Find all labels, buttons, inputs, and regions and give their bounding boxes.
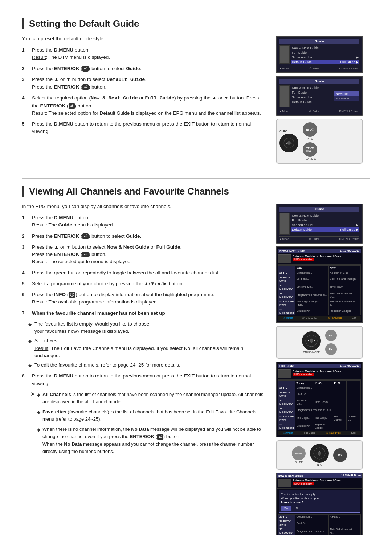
note-diamond-3: ◆ — [37, 426, 40, 455]
remote1-text-btn[interactable]: TEXT/MIX — [303, 142, 317, 157]
diamond-icon-1: ◆ — [28, 321, 32, 335]
remote3-mix-group: MIX — [333, 448, 347, 462]
note-1-text: All Channels is the list of channels tha… — [42, 391, 265, 405]
step-content-2-8: Press the D.MENU button to return to the… — [32, 372, 265, 387]
section2-notes: ➤ ◆ All Channels is the list of channels… — [22, 391, 265, 458]
remote3-nav-group: ▲ ▼ ◄ ► INFO — [310, 444, 329, 466]
step-2-4: 4 Press the green button repeatedly to t… — [22, 269, 265, 277]
step-content-2-1: Press the D.MENU button. Result: The Gui… — [32, 214, 265, 229]
note-diamond-2: ◆ — [37, 409, 40, 423]
epg-row-52: 52 Cartoon Ntwk The Bags Bunny & Prue...… — [278, 299, 361, 307]
step-1-1: 1 Press the D.MENU button. Result: The D… — [22, 46, 265, 61]
dialog-row-27: 27 Discovery Programmes resume at... Thi… — [278, 527, 361, 535]
section2-left: In the EPG menu, you can display all cha… — [22, 204, 265, 535]
s2-guide-footer: ⬧ Move⏎ EnterDMENU Return — [279, 236, 359, 241]
svg-text:►: ► — [313, 339, 315, 342]
epg-thumb-row: Extreme Machines: Armoured Cars INFO Inf… — [278, 253, 361, 265]
remote2-nav-btn[interactable]: ▲ ▼ ◄ ► — [302, 331, 321, 350]
epg-now-next-footer: ◎ Watch ⓘ Information ★ Favourites Exit — [278, 316, 361, 321]
remote1-info-btn[interactable]: INFOⓘ — [303, 122, 317, 137]
step-2-1: 1 Press the D.MENU button. Result: The G… — [22, 214, 265, 229]
diamond-icon-2: ◆ — [28, 338, 32, 359]
remote3-guide-group: GUIDE GUIDE — [292, 446, 306, 463]
remote1-guide-label: INFOⓘ INFO — [303, 122, 317, 140]
remote3-nav-label: INFO — [317, 463, 323, 466]
step-1-5: 5 Press the D.MENU button to return to t… — [22, 121, 265, 135]
step-content-2-7: When the favourite channel manager has n… — [32, 310, 265, 317]
screen1-guide-menu: Guide Now & Next Guide Full Guide Schedu… — [276, 36, 363, 73]
epg-now-next-header: Now & Next Guide 13:15 M/U 16:No — [278, 249, 361, 253]
step-num-2-2: 2 — [22, 233, 28, 240]
section-default-guide: Setting the Default Guide You can preset… — [22, 18, 370, 164]
step-content-2-5: Select a programme of your choice by pre… — [32, 280, 265, 287]
dialog-epg-table: 25 ITV Coronation... A Patch... 26 BDTV … — [278, 514, 361, 535]
epg-full-row-53: 53 Bloomberg Countdown Inspector Gadget — [278, 422, 361, 430]
remote2-p-up-btn[interactable]: P▲ — [325, 330, 337, 341]
step8-list: 8 Press the D.MENU button to return to t… — [22, 372, 265, 387]
epg-table-now-next: Now Next 25 ITV Coronation... A Patch of… — [278, 265, 361, 315]
section2-title: Viewing All Channels and Favourite Chann… — [22, 186, 370, 197]
step-num-1-5: 5 — [22, 121, 28, 135]
epg-full-row-28: 28 Discovery Programmes resume at 06:00 — [278, 406, 361, 414]
note-2: ◆ Favourites (favourite channels) is the… — [37, 408, 265, 423]
remote2-p-up: P▲ — [325, 330, 337, 341]
remote3-guide-btn[interactable]: GUIDE — [292, 446, 306, 460]
screen2-title: Guide — [279, 79, 359, 84]
note-2-text: Favourites (favourite channels) is the l… — [42, 408, 265, 423]
screen-epg-now-next: Now & Next Guide 13:15 M/U 16:No Extreme… — [276, 246, 363, 323]
step-num-1-3: 3 — [22, 76, 28, 91]
dialog-row-26: 26 BDTV Style Bold Sell — [278, 519, 361, 527]
s2-guide-row2: Full Guide — [291, 218, 359, 222]
step-num-2-1: 1 — [22, 214, 28, 229]
screen-s2-guide-title: Guide — [279, 207, 359, 212]
remote2-p-down-btn[interactable]: P▼ — [325, 343, 337, 355]
remote3-mix-btn[interactable]: MIX — [333, 448, 347, 462]
epg-full-footer: ◎ Watch Full Guide ★ Favourites Exit — [278, 431, 361, 435]
step-content-2-6: Press the INFO (ⓘ) button to display inf… — [32, 291, 265, 306]
remote1: GUIDE ▲ ▼ ◄ ► INFOⓘ — [276, 119, 363, 164]
fav-no-btn[interactable]: No — [294, 506, 301, 511]
note-3: ◆ When there is no channel information, … — [37, 426, 265, 455]
remote2-p-down: P▼ — [325, 343, 337, 355]
step-num-1-4: 4 — [22, 94, 28, 117]
epg-row-27: 27 Discovery Extreme Ma... Time Team — [278, 283, 361, 291]
step-content-2-2: Press the ENTER/OK (⏎) button to select … — [32, 233, 265, 240]
bullet-7-3: ◆ To edit the favourite channels, refer … — [28, 362, 265, 369]
epg-row-26: 26 BDTV Style Bold and... See This and T… — [278, 275, 361, 283]
note-diamond-1: ◆ — [37, 392, 40, 405]
screen1-title: Guide — [279, 39, 359, 44]
remote1-text-mix: TEXT/MIX TEXT/MIX — [303, 142, 317, 160]
section-view-channels: Viewing All Channels and Favourite Chann… — [22, 186, 370, 535]
step-num-2-3: 3 — [22, 244, 28, 266]
step-content-1-3: Press the ▲ or ▼ button to select Defaul… — [32, 76, 265, 91]
step-num-2-7: 7 — [22, 310, 28, 317]
screen-epg-full: Full Guide 13:15 M/U 16:No Extreme Machi… — [276, 362, 363, 437]
screen1-row3: Scheduled List▶ — [291, 55, 359, 60]
step-num-2-5: 5 — [22, 280, 28, 287]
epg-full-thumb — [278, 369, 291, 378]
fav-overlay-options: Yes No — [281, 506, 358, 511]
epg-row-53: 53 Bloomberg Countdown Inspector Gadget — [278, 307, 361, 315]
screen1-footer: ⬧ Move⏎ EnterDMENU Return — [279, 66, 359, 70]
epg-channel-info: Extreme Machines: Armoured Cars INFO Inf… — [293, 254, 341, 263]
note-arrow-icon: ➤ — [30, 390, 35, 458]
bullet-7-1: ◆ The favourites list is empty. Would yo… — [28, 320, 265, 335]
screen1-row4: Default Guide: Full Guide ▶ — [291, 60, 359, 64]
remote1-guide-btn[interactable]: ▲ ▼ ◄ ► — [279, 134, 298, 152]
svg-text:►: ► — [291, 142, 293, 144]
remote3-guide-label: GUIDE — [295, 461, 303, 463]
epg-full-row-52: 52 Cartoon Ntwk The Bags... The Simp... … — [278, 414, 361, 422]
bullet-7-1-text: The favourites list is empty. Would you … — [34, 320, 149, 335]
svg-text:◄: ◄ — [286, 142, 287, 144]
svg-point-17 — [318, 452, 321, 455]
fav-overlay-text: The favourites list is empty.Would you l… — [281, 492, 358, 505]
bullet-7-3-text: To edit the favourite channels, refer to… — [34, 362, 180, 369]
epg-thumb-img — [278, 254, 291, 263]
step-2-3: 3 Press the ▲ or ▼ button to select Now … — [22, 244, 265, 266]
screen-fav-dialog: Now & Next Guide 13:15 M/U 16:No Extreme… — [276, 473, 363, 535]
fav-yes-btn[interactable]: Yes — [281, 506, 291, 511]
section2-steps: 1 Press the D.MENU button. Result: The G… — [22, 214, 265, 317]
section2-right: Guide Now & Next Guide Full Guide Schedu… — [276, 204, 370, 535]
remote2: ▲ ▼ ◄ ► PAUSE/MODE P▲ P▼ — [276, 326, 363, 359]
remote3-nav-btn[interactable]: ▲ ▼ ◄ ► — [310, 444, 329, 463]
